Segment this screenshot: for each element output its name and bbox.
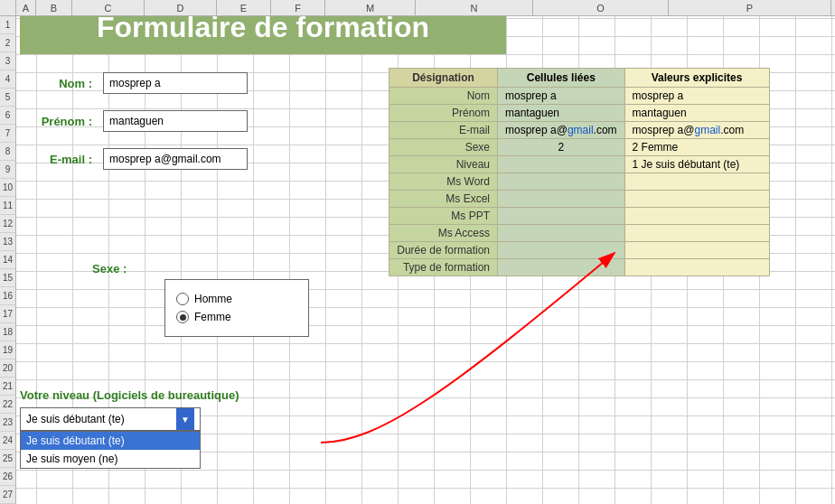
email-field: E-mail : xyxy=(20,148,363,170)
td-niveau-label: Niveau xyxy=(389,156,498,173)
radio-homme[interactable]: Homme xyxy=(176,293,297,305)
table-header-explicit: Valeurs explicites xyxy=(624,69,769,88)
td-ppt-label: Ms PPT xyxy=(389,208,498,225)
td-type-label: Type de formation xyxy=(389,259,498,276)
row-11: 11 xyxy=(0,197,16,215)
td-duree-label: Durée de formation xyxy=(389,242,498,259)
table-row-ppt: Ms PPT xyxy=(389,208,770,225)
row-22: 22 xyxy=(0,396,16,414)
td-prenom-linked: mantaguen xyxy=(498,105,625,122)
row-5: 5 xyxy=(0,89,16,107)
td-duree-linked xyxy=(498,242,625,259)
niveau-section: Votre niveau (Logiciels de bureautique) … xyxy=(20,388,239,431)
row-15: 15 xyxy=(0,269,16,287)
dropdown-container: Je suis débutant (te) ▼ Je suis débutant… xyxy=(20,407,201,431)
col-header-a: A xyxy=(16,0,36,15)
col-header-o: O xyxy=(533,0,669,15)
col-header-n: N xyxy=(416,0,533,15)
table-row-type: Type de formation xyxy=(389,259,770,276)
td-nom-linked: mosprep a xyxy=(498,88,625,105)
column-headers: A B C D E F M N O P xyxy=(0,0,835,16)
table-row-niveau: Niveau 1 Je suis débutant (te) xyxy=(389,156,770,173)
table-header-designation: Désignation xyxy=(389,69,498,88)
nom-field: Nom : xyxy=(20,72,363,94)
prenom-field: Prénom : xyxy=(20,110,363,132)
table-row-prenom: Prénom mantaguen mantaguen xyxy=(389,105,770,122)
radio-femme[interactable]: Femme xyxy=(176,311,297,323)
td-email-linked: mosprep a@gmail.com xyxy=(498,122,625,139)
dropdown-option-1[interactable]: Je suis débutant (te) xyxy=(21,432,200,450)
dropdown-options: Je suis débutant (te) Je suis moyen (ne) xyxy=(20,431,201,469)
td-email-label: E-mail xyxy=(389,122,498,139)
sexe-label: Sexe : xyxy=(92,262,309,275)
row-8: 8 xyxy=(0,143,16,161)
td-word-label: Ms Word xyxy=(389,173,498,191)
table-row-word: Ms Word xyxy=(389,173,770,191)
td-type-explicit xyxy=(624,259,769,276)
radio-homme-label: Homme xyxy=(194,293,232,305)
dropdown-selected-value: Je suis débutant (te) xyxy=(26,413,125,425)
row-numbers: 1 2 3 4 5 6 7 8 9 10 11 12 13 14 15 16 1… xyxy=(0,16,16,504)
td-nom-explicit: mosprep a xyxy=(624,88,769,105)
row-6: 6 xyxy=(0,107,16,125)
row-25: 25 xyxy=(0,450,16,468)
td-access-linked xyxy=(498,225,625,242)
table-row-sexe: Sexe 2 2 Femme xyxy=(389,139,770,156)
radio-femme-circle[interactable] xyxy=(176,311,189,323)
td-prenom-label: Prénom xyxy=(389,105,498,122)
dropdown-main[interactable]: Je suis débutant (te) ▼ xyxy=(20,407,201,431)
col-header-d: D xyxy=(145,0,217,15)
row-12: 12 xyxy=(0,215,16,233)
dropdown-arrow-icon[interactable]: ▼ xyxy=(176,408,194,430)
td-ppt-explicit xyxy=(624,208,769,225)
table-row-access: Ms Access xyxy=(389,225,770,242)
row-20: 20 xyxy=(0,359,16,378)
row-9: 9 xyxy=(0,161,16,179)
row-18: 18 xyxy=(0,323,16,341)
email-input[interactable] xyxy=(103,148,248,170)
row-10: 10 xyxy=(0,179,16,197)
row-23: 23 xyxy=(0,414,16,432)
table-row-excel: Ms Excel xyxy=(389,191,770,208)
td-niveau-linked xyxy=(498,156,625,173)
nom-input[interactable] xyxy=(103,72,248,94)
col-header-corner xyxy=(0,0,16,15)
td-excel-label: Ms Excel xyxy=(389,191,498,208)
row-4: 4 xyxy=(0,70,16,89)
radio-homme-circle[interactable] xyxy=(176,293,189,305)
row-2: 2 xyxy=(0,34,16,52)
td-sexe-label: Sexe xyxy=(389,139,498,156)
td-duree-explicit xyxy=(624,242,769,259)
row-27: 27 xyxy=(0,486,16,504)
col-header-p: P xyxy=(669,0,831,15)
prenom-input[interactable] xyxy=(103,110,248,132)
nom-label: Nom : xyxy=(20,77,92,90)
td-type-linked xyxy=(498,259,625,276)
table-row-duree: Durée de formation xyxy=(389,242,770,259)
row-21: 21 xyxy=(0,378,16,396)
td-prenom-explicit: mantaguen xyxy=(624,105,769,122)
td-sexe-linked: 2 xyxy=(498,139,625,156)
row-7: 7 xyxy=(0,125,16,143)
dropdown-option-2[interactable]: Je suis moyen (ne) xyxy=(21,450,200,468)
td-access-label: Ms Access xyxy=(389,225,498,242)
td-ppt-linked xyxy=(498,208,625,225)
col-header-b: B xyxy=(36,0,72,15)
radio-femme-label: Femme xyxy=(194,311,231,323)
td-sexe-explicit: 2 Femme xyxy=(624,139,769,156)
col-header-c: C xyxy=(72,0,145,15)
right-table: Désignation Cellules liées Valeurs expli… xyxy=(389,68,770,276)
row-14: 14 xyxy=(0,251,16,269)
table-header-linked: Cellules liées xyxy=(498,69,625,88)
col-header-f: F xyxy=(271,0,325,15)
td-excel-linked xyxy=(498,191,625,208)
row-3: 3 xyxy=(0,52,16,70)
sexe-section: Sexe : Homme Femme xyxy=(20,262,309,337)
td-niveau-explicit: 1 Je suis débutant (te) xyxy=(624,156,769,173)
td-excel-explicit xyxy=(624,191,769,208)
td-access-explicit xyxy=(624,225,769,242)
td-email-explicit: mosprep a@gmail.com xyxy=(624,122,769,139)
td-word-explicit xyxy=(624,173,769,191)
td-nom-label: Nom xyxy=(389,88,498,105)
niveau-label: Votre niveau (Logiciels de bureautique) xyxy=(20,388,239,402)
